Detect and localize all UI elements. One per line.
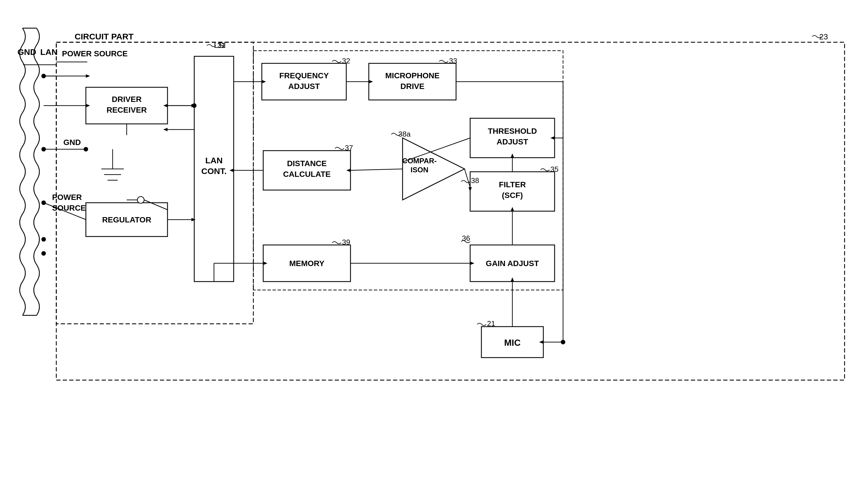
svg-text:23: 23 <box>819 32 828 41</box>
svg-text:ADJUST: ADJUST <box>288 82 320 91</box>
svg-point-76 <box>138 197 144 203</box>
svg-text:MEMORY: MEMORY <box>289 259 325 268</box>
svg-point-114 <box>192 103 197 108</box>
svg-text:38a: 38a <box>398 130 411 138</box>
svg-text:COMPAR-: COMPAR- <box>402 157 437 165</box>
svg-text:GAIN ADJUST: GAIN ADJUST <box>486 259 539 268</box>
svg-text:36: 36 <box>462 234 470 242</box>
svg-text:DRIVE: DRIVE <box>400 82 424 91</box>
svg-rect-27 <box>369 64 456 100</box>
svg-text:GND: GND <box>63 138 81 147</box>
svg-text:37: 37 <box>345 144 353 152</box>
svg-text:THRESHOLD: THRESHOLD <box>488 127 537 136</box>
svg-text:ADJUST: ADJUST <box>496 138 528 146</box>
svg-text:SOURCE: SOURCE <box>52 203 86 212</box>
svg-text:(SCF): (SCF) <box>502 191 523 200</box>
diagram-container: GND LAN CIRCUIT PART POWER SOURCE 23 DRI… <box>0 0 853 504</box>
svg-text:31: 31 <box>217 41 225 50</box>
svg-text:FILTER: FILTER <box>499 180 526 189</box>
svg-point-73 <box>41 200 46 205</box>
svg-text:32: 32 <box>342 57 350 65</box>
svg-text:MIC: MIC <box>504 338 521 348</box>
svg-text:CALCULATE: CALCULATE <box>283 170 330 179</box>
svg-text:ISON: ISON <box>411 165 429 174</box>
svg-text:39: 39 <box>342 238 350 246</box>
svg-text:GND: GND <box>17 47 36 57</box>
svg-text:FREQUENCY: FREQUENCY <box>279 71 329 80</box>
svg-text:35: 35 <box>550 165 559 174</box>
svg-text:LAN: LAN <box>205 156 223 165</box>
svg-point-66 <box>41 147 46 151</box>
svg-text:DISTANCE: DISTANCE <box>287 159 327 168</box>
svg-text:POWER SOURCE: POWER SOURCE <box>62 49 128 58</box>
svg-text:21: 21 <box>487 319 495 328</box>
svg-point-64 <box>41 74 46 78</box>
svg-point-108 <box>561 340 565 344</box>
svg-text:LAN: LAN <box>40 47 58 57</box>
svg-text:CONT.: CONT. <box>201 166 226 176</box>
svg-text:MICROPHONE: MICROPHONE <box>385 71 440 80</box>
svg-text:CIRCUIT PART: CIRCUIT PART <box>75 32 133 41</box>
svg-text:38: 38 <box>471 176 479 185</box>
svg-text:DRIVER: DRIVER <box>112 95 142 104</box>
svg-text:REGULATOR: REGULATOR <box>102 215 151 224</box>
svg-text:RECEIVER: RECEIVER <box>106 106 147 114</box>
circuit-diagram-svg: GND LAN CIRCUIT PART POWER SOURCE 23 DRI… <box>0 0 853 504</box>
svg-rect-23 <box>262 64 346 100</box>
svg-point-119 <box>84 147 88 151</box>
svg-point-117 <box>41 237 46 241</box>
svg-text:33: 33 <box>449 57 457 65</box>
svg-point-118 <box>41 251 46 256</box>
svg-text:POWER: POWER <box>52 193 82 202</box>
